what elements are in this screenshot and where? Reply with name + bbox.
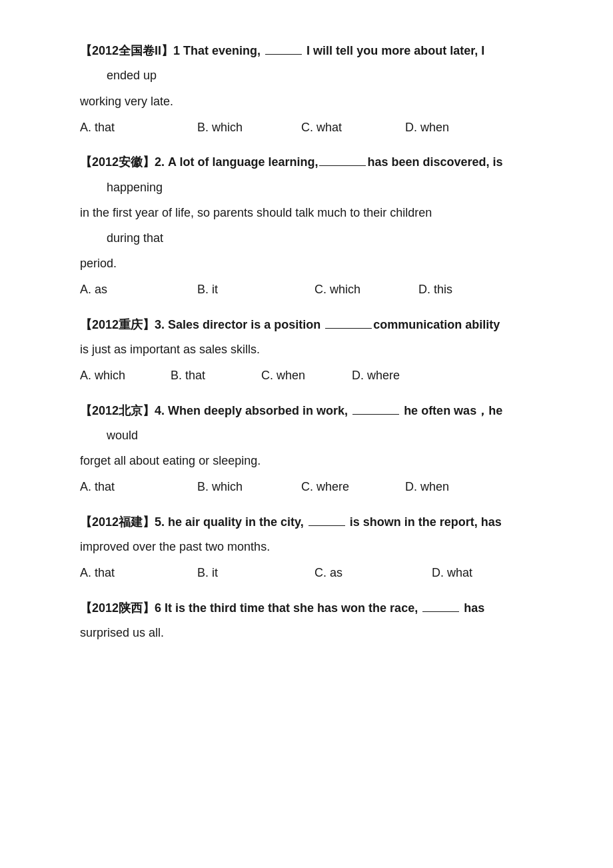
q2-option-c[interactable]: C. which: [314, 279, 368, 300]
q6-body2: surprised us all.: [80, 621, 546, 644]
q4-label: 【2012北京】4.: [80, 404, 165, 417]
question-5: 【2012福建】5. he air quality in the city, i…: [80, 511, 546, 584]
q1-label: 【2012全国卷II】1: [80, 44, 180, 57]
q4-option-a[interactable]: A. that: [80, 476, 133, 497]
q4-text-main: When deeply absorbed in work, he often w…: [168, 404, 502, 417]
q3-header: 【2012重庆】3. Sales director is a position …: [80, 314, 546, 335]
q3-option-b[interactable]: B. that: [171, 365, 224, 386]
q1-option-b[interactable]: B. which: [197, 117, 251, 138]
q3-option-a[interactable]: A. which: [80, 365, 133, 386]
q3-body2: is just as important as sales skills.: [80, 338, 546, 361]
q5-body2: improved over the past two months.: [80, 535, 546, 558]
q1-option-a[interactable]: A. that: [80, 117, 133, 138]
q2-option-d[interactable]: D. this: [418, 279, 472, 300]
q4-option-b[interactable]: B. which: [197, 476, 251, 497]
q1-option-d[interactable]: D. when: [405, 117, 458, 138]
q3-text-main: Sales director is a position communicati…: [168, 318, 500, 331]
q3-option-d[interactable]: D. where: [352, 365, 405, 386]
q5-option-c[interactable]: C. as: [314, 562, 368, 583]
q6-text-main: It is the third time that she has won th…: [165, 601, 484, 615]
q2-body3: period.: [80, 252, 546, 275]
q5-option-d[interactable]: D. what: [432, 562, 485, 583]
q4-header: 【2012北京】4. When deeply absorbed in work,…: [80, 400, 546, 421]
q3-label: 【2012重庆】3.: [80, 318, 165, 331]
q2-header: 【2012安徽】2. A lot of language learning,ha…: [80, 151, 546, 173]
q2-text-main: A lot of language learning,has been disc…: [168, 155, 502, 169]
q2-option-b[interactable]: B. it: [197, 279, 251, 300]
question-4: 【2012北京】4. When deeply absorbed in work,…: [80, 400, 546, 498]
q3-option-c[interactable]: C. when: [261, 365, 314, 386]
q5-label: 【2012福建】5.: [80, 515, 165, 529]
q2-option-a[interactable]: A. as: [80, 279, 133, 300]
q1-header: 【2012全国卷II】1 That evening, I will tell y…: [80, 40, 546, 61]
q4-body2: forget all about eating or sleeping.: [80, 449, 546, 472]
q2-label: 【2012安徽】2.: [80, 155, 165, 169]
q1-continuation: ended up: [80, 64, 546, 87]
question-1: 【2012全国卷II】1 That evening, I will tell y…: [80, 40, 546, 138]
question-3: 【2012重庆】3. Sales director is a position …: [80, 314, 546, 387]
q6-header: 【2012陕西】6 It is the third time that she …: [80, 597, 546, 619]
q2-options: A. as B. it C. which D. this: [80, 279, 546, 300]
q4-option-c[interactable]: C. where: [301, 476, 354, 497]
q5-option-b[interactable]: B. it: [197, 562, 251, 583]
q5-header: 【2012福建】5. he air quality in the city, i…: [80, 511, 546, 533]
q4-option-d[interactable]: D. when: [405, 476, 458, 497]
question-6: 【2012陕西】6 It is the third time that she …: [80, 597, 546, 645]
q2-continuation: happening: [80, 176, 546, 199]
q2-body2: in the first year of life, so parents sh…: [80, 201, 546, 224]
q3-options: A. which B. that C. when D. where: [80, 365, 546, 386]
question-2: 【2012安徽】2. A lot of language learning,ha…: [80, 151, 546, 301]
q1-text-main: That evening, I will tell you more about…: [183, 44, 484, 57]
q2-continuation2: during that: [80, 227, 546, 249]
q4-options: A. that B. which C. where D. when: [80, 476, 546, 497]
q6-label: 【2012陕西】6: [80, 601, 161, 615]
page-content: 【2012全国卷II】1 That evening, I will tell y…: [80, 40, 546, 644]
q4-continuation: would: [80, 424, 546, 447]
q1-option-c[interactable]: C. what: [301, 117, 354, 138]
q5-text-main: he air quality in the city, is shown in …: [168, 515, 502, 529]
q1-options: A. that B. which C. what D. when: [80, 117, 546, 138]
q5-options: A. that B. it C. as D. what: [80, 562, 546, 583]
q5-option-a[interactable]: A. that: [80, 562, 133, 583]
q1-body2: working very late.: [80, 90, 546, 113]
